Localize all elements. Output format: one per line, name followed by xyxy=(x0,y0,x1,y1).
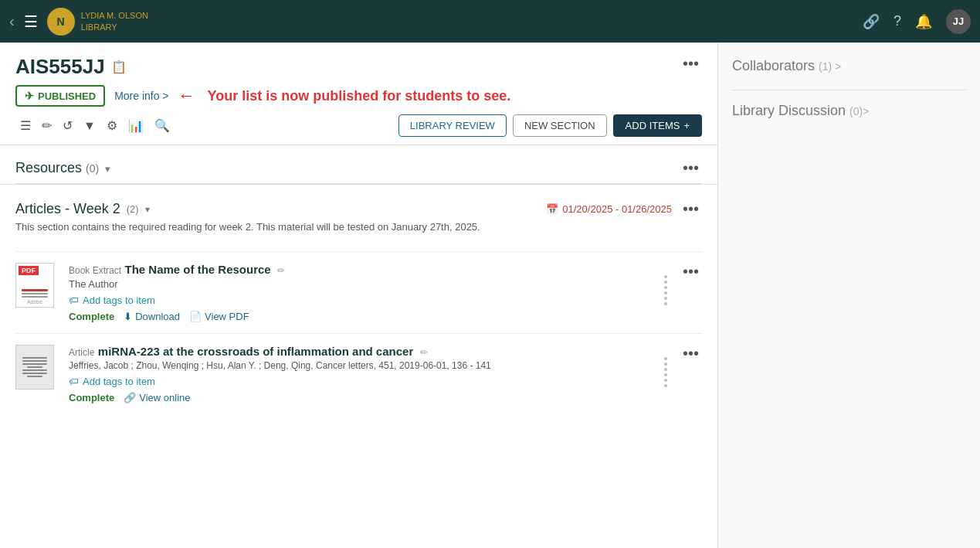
articles-more-menu-button[interactable]: ••• xyxy=(680,200,702,218)
copy-icon[interactable]: 📋 xyxy=(111,60,127,74)
pdf-line-1 xyxy=(22,289,48,291)
articles-date-text: 01/20/2025 - 01/26/2025 xyxy=(562,203,672,215)
stats-button[interactable]: 📊 xyxy=(124,115,148,136)
collaborators-label: Collaborators xyxy=(732,58,815,73)
resources-count: (0) xyxy=(86,162,99,175)
articles-title-group: Articles - Week 2 (2) ▾ xyxy=(15,201,150,217)
articles-section-header: Articles - Week 2 (2) ▾ 📅 01/20/2025 - 0… xyxy=(15,200,702,218)
view-pdf-link[interactable]: 📄 View PDF xyxy=(189,311,249,322)
more-info-link[interactable]: More info > xyxy=(114,90,168,102)
resources-section: Resources (0) ▾ ••• xyxy=(0,145,717,184)
header-top: AIS555JJ 📋 ••• xyxy=(15,55,702,79)
articles-count: (2) xyxy=(127,203,139,215)
article-icon-wrap xyxy=(15,345,58,390)
resource-1-type: Book Extract xyxy=(69,265,121,276)
articles-title: Articles - Week 2 xyxy=(15,201,120,217)
resource-1-more-menu-button[interactable]: ••• xyxy=(680,263,702,281)
resource-2-name[interactable]: miRNA-223 at the crossroads of inflammat… xyxy=(98,345,413,358)
link-icon[interactable]: 🔗 xyxy=(863,13,880,30)
resource-item-2: Article miRNA-223 at the crossroads of i… xyxy=(15,333,702,414)
search-button[interactable]: 🔍 xyxy=(150,115,175,136)
edit-button[interactable]: ✏ xyxy=(37,115,56,136)
link-icon-2: 🔗 xyxy=(124,392,136,403)
view-online-link[interactable]: 🔗 View online xyxy=(124,392,190,403)
page-title: AIS555JJ xyxy=(15,55,105,79)
avatar[interactable]: JJ xyxy=(946,9,971,34)
articles-date: 📅 01/20/2025 - 01/26/2025 xyxy=(546,203,672,215)
header-more-menu-button[interactable]: ••• xyxy=(680,55,702,73)
resource-1-edit-icon[interactable]: ✏ xyxy=(277,265,285,276)
library-discussion-title[interactable]: Library Discussion (0)> xyxy=(732,103,869,118)
logo-icon: N xyxy=(47,8,75,36)
bell-icon[interactable]: 🔔 xyxy=(915,13,932,30)
resource-2-status: Complete xyxy=(69,392,114,403)
pdf-badge: PDF xyxy=(19,266,39,275)
resource-2-info: Article miRNA-223 at the crossroads of i… xyxy=(69,345,652,403)
toolbar: ☰ ✏ ↺ ▼ ⚙ 📊 🔍 LIBRARY REVIEW NEW SECTION… xyxy=(0,107,717,145)
published-arrow-icon: ← xyxy=(178,86,195,106)
resource-2-actions-row: Complete 🔗 View online xyxy=(69,392,652,403)
pdf-file-icon: PDF Adobe xyxy=(15,263,54,308)
download-link[interactable]: ⬇ Download xyxy=(124,311,180,322)
calendar-icon: 📅 xyxy=(546,203,558,215)
collaborators-title[interactable]: Collaborators (1) > xyxy=(732,58,841,73)
add-items-button[interactable]: ADD ITEMS + xyxy=(613,114,702,137)
toolbar-right: LIBRARY REVIEW NEW SECTION ADD ITEMS + xyxy=(398,114,702,137)
adobe-text: Adobe xyxy=(27,299,42,305)
new-section-button[interactable]: NEW SECTION xyxy=(513,114,607,137)
add-items-label: ADD ITEMS xyxy=(626,120,680,131)
resource-2-tags-row: 🏷 Add tags to item xyxy=(69,376,652,387)
drag-handle-1 xyxy=(663,263,669,305)
title-row: AIS555JJ 📋 xyxy=(15,55,127,79)
articles-description: This section contains the required readi… xyxy=(15,221,702,239)
library-discussion-count: (0)> xyxy=(849,105,869,117)
library-discussion-label: Library Discussion xyxy=(732,103,846,118)
resource-1-info: Book Extract The Name of the Resource ✏ … xyxy=(69,263,652,322)
resource-1-name[interactable]: The Name of the Resource xyxy=(124,263,270,276)
library-review-button[interactable]: LIBRARY REVIEW xyxy=(398,114,507,137)
published-badge[interactable]: ✈ PUBLISHED xyxy=(15,85,105,107)
resources-chevron-icon[interactable]: ▾ xyxy=(105,163,110,175)
published-label: PUBLISHED xyxy=(38,90,96,102)
sub-header-row: ✈ PUBLISHED More info > ← Your list is n… xyxy=(15,85,702,107)
resource-2-type-row: Article miRNA-223 at the crossroads of i… xyxy=(69,345,652,359)
resource-2-edit-icon[interactable]: ✏ xyxy=(420,347,428,358)
articles-section: Articles - Week 2 (2) ▾ 📅 01/20/2025 - 0… xyxy=(0,200,717,414)
header-section: AIS555JJ 📋 ••• ✈ PUBLISHED More info > ←… xyxy=(0,43,717,107)
resource-2-meta: Jeffries, Jacob ; Zhou, Wenqing ; Hsu, A… xyxy=(69,360,652,371)
toolbar-left: ☰ ✏ ↺ ▼ ⚙ 📊 🔍 xyxy=(15,115,395,136)
collaborators-count: (1) > xyxy=(819,60,841,73)
list-view-button[interactable]: ☰ xyxy=(15,115,36,136)
add-tags-link-2[interactable]: Add tags to item xyxy=(83,376,155,387)
nav-icons: 🔗 ? 🔔 JJ xyxy=(863,9,971,34)
pdf-lines xyxy=(22,288,48,299)
pdf-line-3 xyxy=(22,296,48,298)
resource-2-more-menu-button[interactable]: ••• xyxy=(680,345,702,362)
published-notice: Your list is now published for students … xyxy=(208,88,511,104)
content-area: AIS555JJ 📋 ••• ✈ PUBLISHED More info > ←… xyxy=(0,43,717,548)
resource-1-tags-row: 🏷 Add tags to item xyxy=(69,294,652,306)
filter-button[interactable]: ▼ xyxy=(79,116,100,136)
tag-icon: 🏷 xyxy=(69,294,79,306)
refresh-button[interactable]: ↺ xyxy=(58,115,77,136)
add-tags-link-1[interactable]: Add tags to item xyxy=(83,294,155,306)
main-layout: AIS555JJ 📋 ••• ✈ PUBLISHED More info > ←… xyxy=(0,43,980,548)
resources-more-menu-button[interactable]: ••• xyxy=(680,159,702,177)
resource-2-type: Article xyxy=(69,347,94,358)
resources-section-header: Resources (0) ▾ ••• xyxy=(15,145,702,184)
resources-title-group: Resources (0) ▾ xyxy=(15,160,110,176)
hamburger-button[interactable]: ☰ xyxy=(24,12,38,31)
back-button[interactable]: ‹ xyxy=(9,12,15,30)
help-icon[interactable]: ? xyxy=(894,13,901,29)
section-divider xyxy=(0,184,717,185)
resources-title: Resources xyxy=(15,160,86,175)
articles-chevron-icon[interactable]: ▾ xyxy=(145,204,150,215)
download-label: Download xyxy=(135,311,180,322)
sidebar-library-discussion: Library Discussion (0)> xyxy=(732,103,966,119)
resource-1-author: The Author xyxy=(69,278,652,290)
download-icon: ⬇ xyxy=(124,311,132,322)
published-icon: ✈ xyxy=(25,90,34,102)
settings-button[interactable]: ⚙ xyxy=(102,115,122,136)
resource-1-type-row: Book Extract The Name of the Resource ✏ xyxy=(69,263,652,277)
tag-icon-2: 🏷 xyxy=(69,376,79,387)
